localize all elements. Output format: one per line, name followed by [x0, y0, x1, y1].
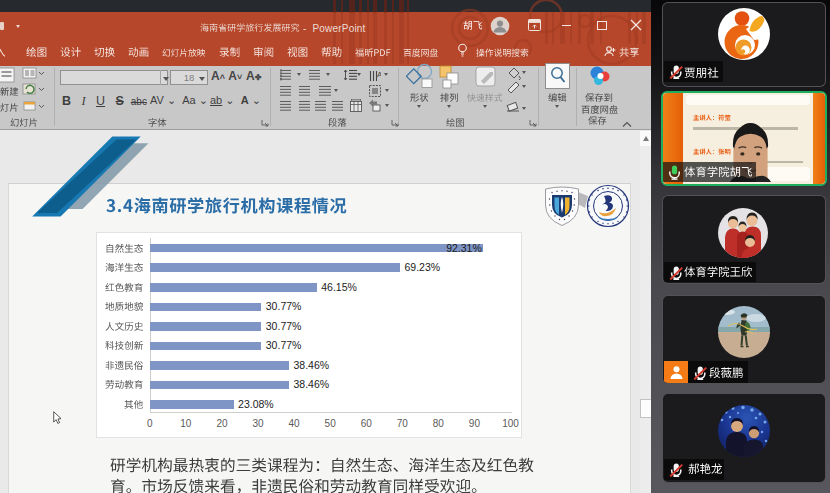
svg-text:A: A — [377, 70, 381, 79]
